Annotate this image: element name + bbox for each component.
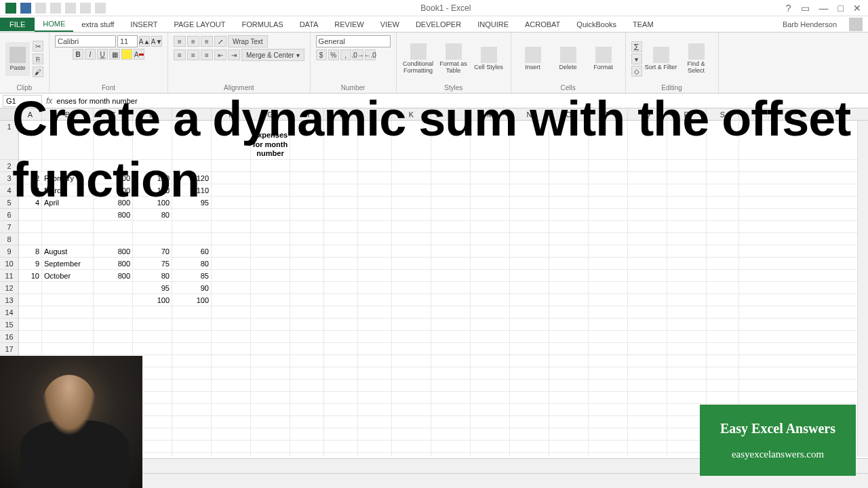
cell[interactable] bbox=[324, 319, 358, 330]
close-icon[interactable]: ✕ bbox=[853, 3, 861, 14]
cell[interactable]: 9 bbox=[19, 258, 42, 269]
tab-view[interactable]: VIEW bbox=[372, 18, 408, 31]
cell[interactable] bbox=[549, 367, 589, 379]
cell[interactable] bbox=[549, 319, 589, 330]
cell[interactable] bbox=[392, 380, 431, 391]
cell[interactable] bbox=[628, 380, 667, 391]
cell[interactable] bbox=[172, 355, 212, 367]
cell[interactable] bbox=[707, 270, 739, 281]
cell[interactable] bbox=[589, 428, 628, 440]
cell-styles-button[interactable]: Cell Styles bbox=[473, 47, 505, 71]
bold-button[interactable]: B bbox=[73, 49, 83, 60]
tab-acrobat[interactable]: ACROBAT bbox=[517, 18, 568, 31]
cell[interactable] bbox=[510, 294, 549, 306]
cell[interactable] bbox=[707, 294, 739, 306]
cell[interactable] bbox=[471, 233, 510, 245]
cell[interactable] bbox=[133, 221, 172, 232]
cell[interactable] bbox=[392, 319, 431, 330]
vertical-scrollbar[interactable] bbox=[857, 121, 868, 457]
percent-icon[interactable]: % bbox=[328, 49, 339, 60]
cell[interactable] bbox=[510, 221, 549, 232]
cell[interactable] bbox=[628, 319, 667, 330]
cell[interactable] bbox=[471, 306, 510, 318]
cell[interactable] bbox=[212, 319, 251, 330]
cell[interactable] bbox=[431, 306, 471, 318]
increase-indent-icon[interactable]: ⇥ bbox=[228, 49, 240, 60]
cell[interactable] bbox=[589, 343, 628, 354]
cell[interactable] bbox=[133, 306, 172, 318]
cell[interactable] bbox=[628, 441, 667, 452]
format-painter-icon[interactable]: 🖌 bbox=[33, 66, 43, 77]
cell[interactable] bbox=[324, 416, 358, 428]
cell[interactable]: 100 bbox=[172, 294, 212, 306]
format-button[interactable]: Format bbox=[587, 47, 620, 71]
cell[interactable] bbox=[42, 209, 94, 220]
cell[interactable] bbox=[212, 428, 251, 440]
cell[interactable] bbox=[431, 270, 471, 281]
cell[interactable] bbox=[290, 294, 324, 306]
cell[interactable] bbox=[510, 209, 549, 220]
cell[interactable] bbox=[549, 331, 589, 342]
cell[interactable] bbox=[471, 428, 510, 440]
cell[interactable] bbox=[667, 282, 707, 293]
cell[interactable] bbox=[628, 294, 667, 306]
cell[interactable] bbox=[251, 331, 290, 342]
cell[interactable] bbox=[212, 294, 251, 306]
row-header[interactable]: 6 bbox=[0, 209, 19, 221]
cell[interactable] bbox=[510, 392, 549, 403]
cell[interactable] bbox=[212, 245, 251, 257]
cell[interactable] bbox=[133, 343, 172, 354]
cell[interactable] bbox=[510, 416, 549, 428]
cell[interactable] bbox=[172, 233, 212, 245]
cell[interactable] bbox=[392, 416, 431, 428]
paste-button[interactable]: Paste bbox=[5, 42, 30, 76]
tab-home[interactable]: HOME bbox=[35, 17, 73, 32]
cell[interactable] bbox=[358, 221, 392, 232]
cell[interactable] bbox=[94, 343, 133, 354]
cell[interactable] bbox=[510, 270, 549, 281]
cell[interactable] bbox=[628, 331, 667, 342]
cell[interactable] bbox=[251, 282, 290, 293]
cell[interactable] bbox=[324, 355, 358, 367]
cell[interactable] bbox=[324, 441, 358, 452]
cell[interactable] bbox=[42, 306, 94, 318]
cell[interactable] bbox=[42, 221, 94, 232]
orientation-icon[interactable]: ⤢ bbox=[214, 36, 226, 47]
cell[interactable] bbox=[172, 428, 212, 440]
cell[interactable] bbox=[324, 367, 358, 379]
cell[interactable] bbox=[212, 355, 251, 367]
cell[interactable] bbox=[251, 270, 290, 281]
cell[interactable] bbox=[667, 331, 707, 342]
cell[interactable] bbox=[589, 233, 628, 245]
tab-review[interactable]: REVIEW bbox=[326, 18, 372, 31]
cell[interactable] bbox=[667, 343, 707, 354]
cell[interactable] bbox=[392, 282, 431, 293]
cell[interactable] bbox=[290, 245, 324, 257]
cell[interactable] bbox=[358, 343, 392, 354]
border-icon[interactable]: ▦ bbox=[109, 49, 120, 60]
cell[interactable] bbox=[707, 331, 739, 342]
cell[interactable]: 75 bbox=[133, 258, 172, 269]
cell[interactable] bbox=[549, 270, 589, 281]
cell[interactable] bbox=[358, 416, 392, 428]
cell[interactable]: 85 bbox=[172, 270, 212, 281]
cell[interactable] bbox=[358, 319, 392, 330]
qat-icon[interactable] bbox=[95, 3, 106, 14]
cell[interactable] bbox=[471, 392, 510, 403]
align-right-icon[interactable]: ≡ bbox=[201, 49, 213, 60]
user-name[interactable]: Barb Henderson bbox=[774, 18, 845, 31]
cell[interactable] bbox=[392, 245, 431, 257]
fill-icon[interactable]: ▾ bbox=[631, 54, 642, 64]
cell[interactable] bbox=[172, 416, 212, 428]
cell[interactable] bbox=[358, 294, 392, 306]
cell[interactable] bbox=[628, 343, 667, 354]
cell[interactable] bbox=[212, 453, 251, 457]
cell[interactable] bbox=[707, 282, 739, 293]
cell[interactable] bbox=[589, 270, 628, 281]
cell[interactable] bbox=[549, 380, 589, 391]
cell[interactable] bbox=[510, 282, 549, 293]
cell[interactable] bbox=[628, 404, 667, 415]
cell[interactable] bbox=[392, 343, 431, 354]
cell[interactable] bbox=[431, 367, 471, 379]
cell[interactable] bbox=[94, 294, 133, 306]
